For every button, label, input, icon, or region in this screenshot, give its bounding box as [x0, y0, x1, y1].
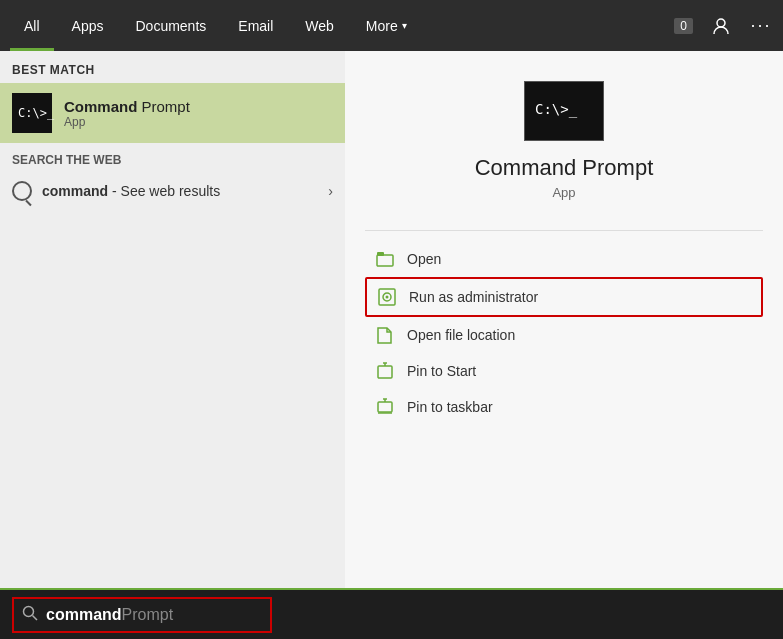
search-query-bold: command [46, 606, 122, 624]
action-file-location[interactable]: Open file location [365, 317, 763, 353]
svg-rect-5 [377, 255, 393, 266]
tab-web-label: Web [305, 18, 334, 34]
action-list: Open Run as administrator [345, 241, 783, 425]
action-file-location-label: Open file location [407, 327, 515, 343]
app-title: Command Prompt [475, 155, 654, 181]
svg-point-17 [24, 606, 34, 616]
app-preview: C:\>_ Command Prompt App [475, 81, 654, 200]
tab-apps-label: Apps [72, 18, 104, 34]
best-match-title-rest: Prompt [137, 98, 190, 115]
web-chevron-icon: › [328, 183, 333, 199]
best-match-subtitle: App [64, 115, 190, 129]
top-nav: All Apps Documents Email Web More ▾ 0 ··… [0, 0, 783, 51]
svg-rect-13 [378, 402, 392, 412]
tab-documents[interactable]: Documents [121, 0, 220, 51]
action-open-label: Open [407, 251, 441, 267]
web-query-rest: - See web results [108, 183, 220, 199]
svg-point-0 [717, 19, 725, 27]
svg-text:C:\>_: C:\>_ [18, 106, 55, 120]
search-query-display: command Prompt [46, 606, 173, 624]
action-pin-taskbar-label: Pin to taskbar [407, 399, 493, 415]
svg-point-9 [386, 296, 389, 299]
tab-all[interactable]: All [10, 0, 54, 51]
svg-line-18 [33, 615, 38, 620]
best-match-item[interactable]: C:\>_ Command Prompt App [0, 83, 345, 143]
nav-right: 0 ··· [674, 14, 773, 38]
web-search-item[interactable]: command - See web results › [0, 173, 345, 209]
tab-web[interactable]: Web [291, 0, 348, 51]
tab-email[interactable]: Email [224, 0, 287, 51]
tab-all-label: All [24, 18, 40, 34]
action-pin-taskbar[interactable]: Pin to taskbar [365, 389, 763, 425]
web-search-text: command - See web results [42, 183, 318, 199]
web-query-bold: command [42, 183, 108, 199]
search-web-label: Search the web [0, 143, 345, 173]
more-chevron-icon: ▾ [402, 20, 407, 31]
action-run-admin-label: Run as administrator [409, 289, 538, 305]
main-content: Best match C:\>_ Command Prompt App Sear… [0, 51, 783, 588]
right-panel: C:\>_ Command Prompt App Open [345, 51, 783, 588]
best-match-title-bold: Command [64, 98, 137, 115]
svg-rect-6 [377, 252, 384, 256]
app-subtitle: App [552, 185, 575, 200]
action-run-admin[interactable]: Run as administrator [365, 277, 763, 317]
web-search-icon [12, 181, 32, 201]
best-match-label: Best match [0, 51, 345, 83]
file-icon [375, 325, 395, 345]
pin-start-icon [375, 361, 395, 381]
more-options-icon[interactable]: ··· [749, 14, 773, 38]
account-icon[interactable] [709, 14, 733, 38]
open-icon [375, 249, 395, 269]
left-panel: Best match C:\>_ Command Prompt App Sear… [0, 51, 345, 588]
best-match-title: Command Prompt [64, 98, 190, 115]
best-match-text: Command Prompt App [64, 98, 190, 129]
tab-apps[interactable]: Apps [58, 0, 118, 51]
svg-text:C:\>_: C:\>_ [535, 101, 578, 118]
search-icon [22, 605, 38, 625]
action-pin-start[interactable]: Pin to Start [365, 353, 763, 389]
search-bar-wrapper: command Prompt [12, 597, 272, 633]
divider [365, 230, 763, 231]
app-icon-large: C:\>_ [524, 81, 604, 141]
tab-more-label: More [366, 18, 398, 34]
bottom-bar: command Prompt [0, 588, 783, 639]
tab-documents-label: Documents [135, 18, 206, 34]
tab-email-label: Email [238, 18, 273, 34]
action-pin-start-label: Pin to Start [407, 363, 476, 379]
notification-badge: 0 [674, 18, 693, 34]
svg-rect-10 [378, 366, 392, 378]
pin-taskbar-icon [375, 397, 395, 417]
admin-icon [377, 287, 397, 307]
search-query-placeholder: Prompt [122, 606, 174, 624]
action-open[interactable]: Open [365, 241, 763, 277]
command-prompt-icon: C:\>_ [12, 93, 52, 133]
tab-more[interactable]: More ▾ [352, 0, 421, 51]
